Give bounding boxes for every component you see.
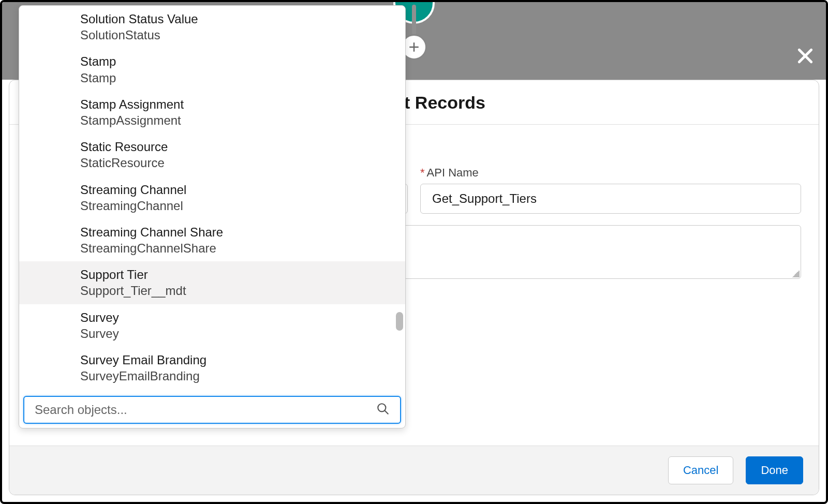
object-option-label: Survey [80, 309, 392, 325]
object-dropdown: Solution Status ValueSolutionStatusStamp… [19, 5, 406, 428]
done-button[interactable]: Done [746, 456, 803, 484]
object-option[interactable]: Streaming ChannelStreamingChannel [19, 176, 405, 219]
object-search-input[interactable] [35, 403, 376, 417]
object-option-api: SolutionStatus [80, 27, 392, 43]
cancel-button[interactable]: Cancel [668, 456, 733, 484]
close-button[interactable] [794, 45, 817, 67]
object-option[interactable]: Stamp AssignmentStampAssignment [19, 91, 405, 134]
object-option[interactable]: Static ResourceStaticResource [19, 134, 405, 176]
object-option[interactable]: SurveySurvey [19, 304, 405, 347]
search-icon [376, 402, 390, 418]
object-option-label: Static Resource [80, 139, 392, 155]
object-option-api: Survey [80, 325, 392, 342]
object-option-label: Streaming Channel [80, 182, 392, 198]
flow-connector [412, 5, 416, 35]
object-option[interactable]: Solution Status ValueSolutionStatus [19, 6, 405, 48]
object-option-api: StreamingChannelShare [80, 240, 392, 256]
object-option[interactable]: StampStamp [19, 48, 405, 91]
object-option[interactable]: Streaming Channel ShareStreamingChannelS… [19, 219, 405, 261]
object-option-label: Survey Email Branding [80, 352, 392, 368]
object-option-api: StaticResource [80, 155, 392, 171]
api-name-field-label: API Name [427, 166, 479, 179]
object-option-api: Stamp [80, 70, 392, 86]
object-option-label: Streaming Channel Share [80, 224, 392, 240]
object-option-api: StampAssignment [80, 112, 392, 128]
object-option-api: SurveyEmailBranding [80, 368, 392, 384]
object-option[interactable]: Support TierSupport_Tier__mdt [19, 261, 405, 304]
object-option-api: StreamingChannel [80, 198, 392, 214]
api-name-input[interactable] [420, 184, 801, 214]
object-option-label: Stamp [80, 53, 392, 69]
object-dropdown-list[interactable]: Solution Status ValueSolutionStatusStamp… [19, 6, 405, 396]
object-option-label: Support Tier [80, 266, 392, 283]
object-search-box[interactable] [23, 396, 401, 424]
object-option[interactable]: Survey Email BrandingSurveyEmailBranding [19, 347, 405, 389]
object-option-label: Solution Status Value [80, 11, 392, 27]
svg-line-1 [385, 410, 388, 414]
object-option-label: Stamp Assignment [80, 96, 392, 112]
scrollbar-thumb[interactable] [396, 312, 403, 331]
object-option-api: Support_Tier__mdt [80, 283, 392, 299]
